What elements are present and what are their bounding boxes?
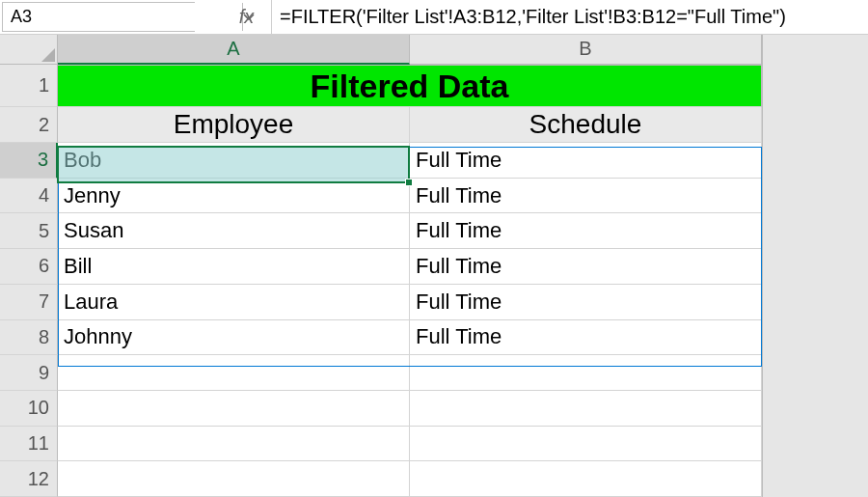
row-header-gutter: 1 2 3 4 5 6 7 8 9 10 11 12 — [0, 35, 58, 497]
cell[interactable] — [58, 461, 410, 497]
table-row: Jenny Full Time — [58, 179, 868, 214]
row-header[interactable]: 1 — [0, 65, 58, 107]
cell[interactable] — [410, 427, 762, 462]
cell[interactable]: Johnny — [58, 320, 410, 356]
cell[interactable] — [410, 355, 762, 391]
header-schedule[interactable]: Schedule — [410, 107, 762, 143]
row-header[interactable]: 9 — [0, 355, 58, 391]
table-row — [58, 461, 868, 497]
row-header[interactable]: 8 — [0, 320, 58, 356]
insert-function-button[interactable]: fx — [222, 0, 272, 34]
spreadsheet-grid: 1 2 3 4 5 6 7 8 9 10 11 12 A B C Filtere… — [0, 35, 868, 497]
column-header[interactable]: A — [58, 35, 410, 65]
table-row: Bob Full Time — [58, 143, 868, 179]
column-header[interactable]: B — [410, 35, 762, 65]
cell[interactable]: Bob — [58, 143, 410, 179]
row-header[interactable]: 4 — [0, 179, 58, 214]
table-row — [58, 391, 868, 427]
table-row: Susan Full Time — [58, 213, 868, 249]
select-all-corner[interactable] — [0, 35, 58, 65]
fx-icon: fx — [239, 6, 255, 28]
cell[interactable]: Full Time — [410, 249, 762, 285]
table-row — [58, 355, 868, 391]
row-header[interactable]: 6 — [0, 249, 58, 285]
cell[interactable] — [58, 355, 410, 391]
cell[interactable] — [410, 461, 762, 497]
row-header[interactable]: 12 — [0, 461, 58, 497]
cell[interactable]: Full Time — [410, 285, 762, 320]
table-row: Employee Schedule — [58, 107, 868, 143]
formula-bar: fx — [0, 0, 868, 35]
cell[interactable] — [58, 427, 410, 462]
table-row — [58, 427, 868, 462]
header-employee[interactable]: Employee — [58, 107, 410, 143]
cell[interactable]: Laura — [58, 285, 410, 320]
frozen-pane-gutter — [762, 35, 868, 497]
table-row: Bill Full Time — [58, 249, 868, 285]
cell[interactable]: Full Time — [410, 213, 762, 249]
row-header[interactable]: 3 — [0, 143, 58, 179]
table-row: Laura Full Time — [58, 285, 868, 320]
row-header[interactable]: 5 — [0, 213, 58, 249]
cell[interactable] — [58, 391, 410, 427]
cell[interactable]: Susan — [58, 213, 410, 249]
name-box[interactable] — [3, 3, 242, 31]
table-row: Johnny Full Time — [58, 320, 868, 356]
cell[interactable] — [410, 391, 762, 427]
row-header[interactable]: 2 — [0, 107, 58, 143]
column-header-row: A B C — [58, 35, 868, 65]
title-cell[interactable]: Filtered Data — [58, 65, 762, 107]
cell[interactable]: Full Time — [410, 179, 762, 214]
formula-input[interactable] — [272, 0, 868, 34]
table-row: Filtered Data — [58, 65, 868, 107]
name-box-container — [2, 2, 195, 32]
row-header[interactable]: 7 — [0, 285, 58, 320]
cell[interactable]: Full Time — [410, 320, 762, 356]
cells-area: A B C Filtered Data Employee Schedule Bo… — [58, 35, 868, 497]
cell[interactable]: Jenny — [58, 179, 410, 214]
row-header[interactable]: 11 — [0, 427, 58, 462]
cell[interactable]: Bill — [58, 249, 410, 285]
cell[interactable]: Full Time — [410, 143, 762, 179]
row-header[interactable]: 10 — [0, 391, 58, 427]
